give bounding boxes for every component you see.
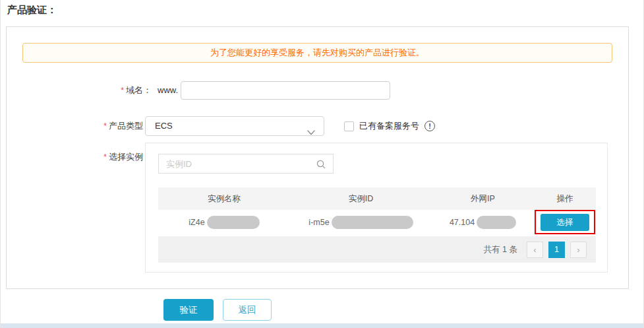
table-header-row: 实例名称 实例ID 外网IP 操作: [158, 187, 596, 210]
instance-panel: 实例名称 实例ID 外网IP 操作 iZ4e i-m5e: [145, 143, 608, 273]
header-instance-id: 实例ID: [290, 187, 432, 210]
instance-search-input[interactable]: [159, 154, 333, 173]
verification-form-card: 为了您能更好的享受服务，请先对购买的产品进行验证。 *域名： www. *产品类…: [6, 26, 629, 289]
cell-instance-name: iZ4e: [158, 210, 290, 235]
filing-service-checkbox[interactable]: [344, 121, 354, 131]
verify-button[interactable]: 验证: [163, 299, 214, 321]
cell-instance-id: i-m5e: [290, 210, 432, 235]
domain-input[interactable]: [181, 81, 390, 100]
cell-action: 选择: [534, 210, 596, 235]
required-asterisk: *: [121, 86, 124, 95]
header-action: 操作: [534, 187, 596, 210]
header-instance-name: 实例名称: [158, 187, 290, 210]
product-type-label: *产品类型：: [7, 116, 152, 136]
domain-label-text: 域名：: [126, 85, 152, 95]
bottom-strip: [1, 323, 643, 328]
required-asterisk: *: [103, 121, 107, 131]
instance-row: *选择实例： 实例名称 实例ID 外网IP 操作: [7, 143, 628, 273]
filing-service-group: 已有备案服务号 !: [344, 116, 435, 136]
table-row: iZ4e i-m5e 47.104 选择: [158, 210, 596, 235]
instance-id-text: i-m5e: [308, 218, 329, 227]
domain-row: *域名： www.: [7, 81, 628, 100]
prev-page-button[interactable]: ‹: [527, 242, 543, 258]
search-icon[interactable]: [316, 159, 326, 172]
cell-public-ip: 47.104: [432, 210, 534, 235]
instance-label: *选择实例：: [7, 152, 152, 162]
required-asterisk: *: [103, 152, 107, 162]
chevron-down-icon: [307, 123, 315, 142]
form-actions: 验证 返回: [163, 299, 272, 321]
page-title: 产品验证：: [7, 4, 57, 16]
info-icon-glyph: !: [428, 122, 431, 130]
pagination-bar: 共有 1 条 ‹ 1 ›: [158, 236, 596, 263]
back-button[interactable]: 返回: [223, 299, 272, 321]
redaction-block: [332, 216, 413, 229]
header-public-ip: 外网IP: [432, 187, 534, 210]
instance-search-box: [158, 154, 334, 174]
domain-label: *域名：: [7, 81, 152, 100]
instance-name-text: iZ4e: [189, 218, 204, 227]
total-count-text: 共有 1 条: [484, 244, 517, 255]
filing-service-label: 已有备案服务号: [359, 120, 419, 132]
current-page-button[interactable]: 1: [548, 242, 565, 258]
product-type-row: *产品类型： ECS 已有备案服务号 !: [7, 116, 628, 136]
product-type-selected-value: ECS: [155, 121, 173, 131]
product-type-select[interactable]: ECS: [145, 116, 324, 136]
info-icon[interactable]: !: [424, 121, 435, 131]
page: 产品验证： 为了您能更好的享受服务，请先对购买的产品进行验证。 *域名： www…: [0, 0, 644, 328]
public-ip-text: 47.104: [450, 218, 475, 227]
domain-www-prefix: www.: [158, 81, 178, 100]
select-instance-button[interactable]: 选择: [541, 214, 589, 231]
redaction-block: [207, 216, 260, 229]
instance-table: 实例名称 实例ID 外网IP 操作 iZ4e i-m5e: [158, 187, 596, 263]
notice-banner: 为了您能更好的享受服务，请先对购买的产品进行验证。: [22, 43, 612, 63]
next-page-button[interactable]: ›: [570, 242, 587, 258]
redaction-block: [477, 216, 516, 229]
